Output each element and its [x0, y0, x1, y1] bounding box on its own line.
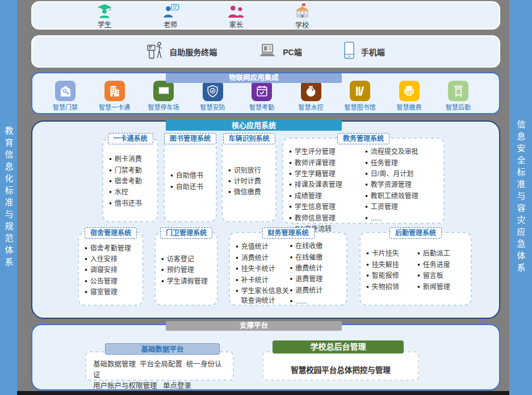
key-icon [55, 81, 76, 101]
bullet-icon: ● [85, 255, 87, 264]
feature-label: 任务管理 [371, 159, 441, 168]
bullet-icon: ● [289, 214, 292, 223]
feature-label: 微信缴费 [234, 188, 273, 197]
feature-item: ●宿舍考勤管理 [85, 244, 140, 253]
iot-item: 智慧水控 [290, 81, 333, 111]
bullet-icon: ● [289, 147, 292, 157]
left-standard-bar: 教育信息化标准与规范体系 [0, 0, 17, 395]
feature-label: 识别放行 [234, 166, 273, 176]
feature-list: ●充值统计●消费统计●挂失卡统计●补卡统计●学生家长信息关联查询统计 [236, 241, 290, 307]
feature-list: ●学生评分管理●教师评课管理●学生学籍管理●排课及课表管理●成绩管理●学生信息管… [289, 147, 365, 235]
bullet-icon: ● [236, 276, 238, 285]
student-icon [96, 3, 113, 19]
feature-label: 宿舍考勤管理 [90, 244, 140, 253]
iot-item: 智慧门禁 [44, 81, 87, 111]
feature-label: 充值统计 [241, 242, 290, 252]
feature-item: ●宿舍考勤 [109, 177, 155, 186]
feature-list: ●宿舍考勤管理●入住安排●调寝安排●公告管理●寝室管理 [85, 241, 140, 300]
laptop-icon [258, 43, 277, 61]
smart-campus-architecture-diagram: 教育信息化标准与规范体系 信息安全标准与容灾应急体系 学生老师家长学校 自助服务… [0, 0, 532, 395]
feature-item: ●在线收缴 [290, 242, 345, 251]
phone-icon [343, 41, 355, 61]
bullet-icon: ● [236, 253, 238, 263]
bullet-icon: ● [170, 171, 173, 181]
feature-item: ●自助还书 [170, 182, 213, 192]
card-columns: ●充值统计●消费统计●挂失卡统计●补卡统计●学生家长信息关联查询统计●在线收缴●… [230, 233, 346, 311]
feature-item: ●失物招领 [366, 282, 417, 292]
feature-label: 水控 [115, 188, 155, 197]
users-panel: 学生老师家长学校 [31, 1, 500, 30]
bullet-icon: ● [161, 255, 164, 264]
system-card-title: 一卡通系统 [107, 133, 153, 144]
system-card: 一卡通系统●刷卡消费●门禁考勤●宿舍考勤●水控●借书还书 [102, 138, 158, 222]
feature-label: 教学资源管理 [371, 180, 441, 190]
feature-label: 流程提交及审批 [371, 147, 441, 157]
bullet-icon: ● [417, 249, 420, 259]
feature-label: 排课及课表管理 [295, 180, 365, 190]
feature-label: ...... [371, 214, 441, 223]
base-platform-line: 用户账户与权限管理 单点登录 [93, 381, 228, 392]
feature-list: ●刷卡消费●门禁考勤●宿舍考勤●水控●借书还书 [109, 147, 155, 217]
iot-item-label: 智慧考勤 [249, 102, 274, 111]
feature-label: ...... [295, 297, 344, 306]
feature-item: ●计时计费 [228, 177, 273, 186]
iot-item-label: 智慧后勤 [446, 102, 471, 111]
bullet-icon: ● [417, 271, 420, 281]
feature-item: ●教师评课管理 [289, 159, 365, 168]
iot-item: 智慧缴费 [388, 81, 431, 111]
bullet-icon: ● [236, 242, 238, 252]
school-admin-body: 智慧校园平台总体把控与管理 [291, 364, 391, 375]
teacher-icon [162, 3, 179, 19]
parents-icon [227, 3, 245, 19]
feature-item: ●门禁考勤 [109, 166, 155, 176]
bullet-icon: ● [290, 297, 293, 306]
bullet-icon: ● [365, 180, 368, 190]
feature-item: ●任务进度 [417, 260, 468, 270]
iot-item-label: 智慧缴费 [397, 102, 422, 111]
iot-item: 智慧安防 [191, 81, 234, 111]
feature-item: ●入住安排 [85, 255, 140, 264]
bullet-icon: ● [290, 275, 293, 284]
feature-item: ●智能报修 [366, 271, 417, 281]
system-card-title: 后勤管理系统 [389, 227, 442, 239]
user-label: 学生 [98, 19, 111, 29]
feature-item: ●缴费统计 [290, 264, 345, 273]
feature-item: ●挂失解挂 [366, 260, 417, 270]
feature-list: ●在线收缴●在线催缴●缴费统计●退费管理●退费统计●...... [290, 241, 345, 307]
bullet-icon: ● [109, 177, 112, 186]
system-card-title: 宿舍管理系统 [85, 227, 137, 239]
feature-label: 挂失解挂 [372, 260, 417, 270]
feature-list: ●访客登记●预约管理●学生请假管理 [161, 241, 215, 300]
feature-label: 失物招领 [372, 282, 417, 292]
bullet-icon: ● [366, 282, 369, 292]
feature-label: 刷卡消费 [115, 155, 155, 164]
card-columns: ●刷卡消费●门禁考勤●宿舍考勤●水控●借书还书 [103, 139, 157, 221]
school-admin-card: 智慧校园平台总体把控与管理 [262, 351, 419, 381]
feature-label: 寝室管理 [90, 288, 140, 297]
feature-label: 教职工绩效管理 [371, 192, 441, 201]
feature-item: ●后勤派工 [417, 249, 468, 259]
bullet-icon: ● [161, 265, 164, 275]
feature-label: 在线催缴 [295, 253, 344, 263]
user-label: 学校 [295, 20, 309, 30]
feature-list: ●流程提交及审批●任务管理●日/周、月计划●教学资源管理●教职工绩效管理●工资管… [365, 147, 441, 235]
system-card: 财务管理系统●充值统计●消费统计●挂失卡统计●补卡统计●学生家长信息关联查询统计… [229, 232, 347, 306]
feature-item: ●访客登记 [161, 255, 215, 264]
feature-item: ●消费统计 [236, 253, 290, 263]
bullet-icon: ● [161, 277, 164, 286]
feature-item: ●识别放行 [228, 166, 273, 176]
feature-item: ●充值统计 [236, 242, 290, 252]
iot-item-label: 智慧图书馆 [345, 102, 376, 111]
card-columns: ●自助借书●自助还书 [165, 139, 216, 221]
feature-label: 学生请假管理 [167, 277, 215, 286]
bullet-icon: ● [109, 199, 112, 209]
feature-label: 学生家长信息关联查询统计 [241, 286, 290, 306]
feature-label: 学生评分管理 [295, 147, 365, 157]
bullet-icon: ● [417, 282, 420, 292]
bullet-icon: ● [289, 180, 292, 190]
feature-label: 调寝安排 [90, 265, 140, 275]
feature-item: ●工资管理 [365, 202, 441, 212]
feature-label: 公告管理 [90, 277, 140, 286]
feature-item: ●新闻管理 [417, 282, 468, 292]
feature-item: ●微信缴费 [228, 188, 273, 197]
